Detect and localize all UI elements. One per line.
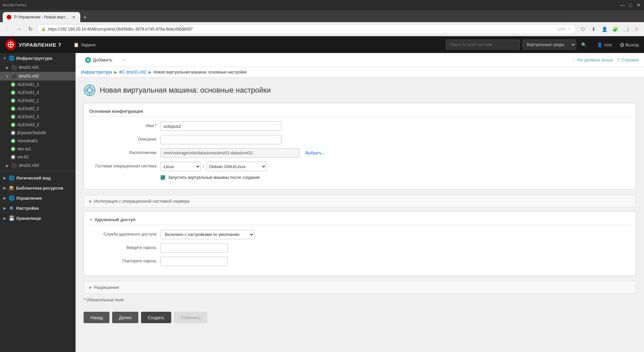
location-input[interactable] — [160, 148, 300, 158]
breadcrumb-infrastructure[interactable]: Инфраструктура — [81, 70, 112, 74]
search-button[interactable]: 🔍 — [579, 40, 589, 50]
sidebar-item-ALEXn02_3[interactable]: ALEXn02_3 — [0, 113, 76, 121]
url-text: https://192.168.20.14:4648/vz/cp/wnd,06d… — [48, 27, 554, 32]
next-button[interactable]: Далее — [112, 312, 138, 323]
address-bar[interactable]: 🔒 https://192.168.20.14:4648/vz/cp/wnd,0… — [37, 24, 576, 34]
integration-label: Интеграция с операционной системой серве… — [94, 199, 189, 204]
forward-button[interactable]: → — [14, 24, 24, 34]
dmz01-n01-toggle[interactable]: ▶ — [5, 65, 9, 69]
sidebar-item-ALEXn03_2[interactable]: ALEXn03_2 — [0, 121, 76, 129]
lock-icon: 🔒 — [41, 27, 46, 31]
name-required: * — [155, 123, 156, 128]
settings-toggle[interactable]: ▶ — [3, 206, 7, 210]
user-profile[interactable]: 👤 root — [597, 42, 612, 47]
back-button[interactable]: Назад — [84, 312, 109, 323]
section-label: Основная конфигурация — [89, 109, 143, 114]
service-control: Включено с настройками по умолчанию Выкл… — [160, 230, 295, 239]
more-button[interactable]: ··· — [120, 56, 127, 64]
infra-toggle[interactable]: ▼ — [3, 56, 7, 60]
sidebar-infrastructure[interactable]: ▼ 🌐 Инфраструктура — [0, 53, 76, 63]
sidebar-item-ALEXn02_2[interactable]: ALEXn02_2 — [0, 105, 76, 113]
remote-access-header[interactable]: ▼ Удаленный доступ — [89, 217, 630, 225]
new-tab-button[interactable]: + — [80, 13, 90, 22]
location-control: Выбрать... — [160, 148, 328, 158]
close-button[interactable]: ✕ — [636, 2, 641, 8]
tab-close-button[interactable]: ✕ — [71, 14, 76, 20]
extension-icon[interactable]: 🧩 — [610, 24, 620, 34]
help-button[interactable]: ? Справка — [617, 57, 639, 62]
maximize-button[interactable]: □ — [628, 2, 633, 8]
breadcrumb-node[interactable]: ФС dmz01-n02 — [119, 70, 146, 74]
sidebar-management[interactable]: ▶ 🌐 Управление — [0, 193, 76, 203]
sidebar-item-EryominTestVM[interactable]: EryominTestVM — [0, 129, 76, 137]
env-select[interactable]: Виртуальные среды — [522, 40, 576, 50]
sidebar-item-dmz01-n03[interactable]: ▶ ⬛ dmz01-n03 — [0, 161, 76, 170]
description-input[interactable] — [160, 135, 281, 144]
autostart-label: Запустить виртуальные машины после созда… — [168, 175, 260, 180]
vm-label-ALEXn01_2: ALEXn01_2 — [17, 82, 73, 87]
sidebar-storage[interactable]: ▶ 💾 Хранилище — [0, 213, 76, 223]
toolbar-left: + Добавить ··· — [81, 55, 128, 65]
sidebar-item-vm-62[interactable]: vm-62 — [0, 153, 76, 161]
add-label: Добавить — [93, 57, 112, 62]
sidebar-resource-library[interactable]: ▶ 📦 Библиотека ресурсов — [0, 183, 76, 193]
storage-toggle[interactable]: ▶ — [3, 216, 7, 220]
main-layout: ▼ 🌐 Инфраструктура ▶ ⬛ dmz01-n01 ▼ ⬛ dmz… — [0, 53, 644, 352]
integration-header[interactable]: ▶ Интеграция с операционной системой сер… — [84, 195, 636, 207]
bookmark-icon[interactable]: 📑 — [621, 24, 631, 34]
dmz01-n03-toggle[interactable]: ▶ — [5, 163, 9, 167]
up-level-button[interactable]: ↑ На уровень выше — [573, 57, 613, 62]
storage-icon: 💾 — [9, 215, 14, 221]
logout-button[interactable]: ⏻ Выход — [620, 42, 639, 47]
description-control — [160, 135, 281, 144]
sidebar-logical-view[interactable]: ▶ 🌐 Логический вид — [0, 173, 76, 183]
menu-icon[interactable]: ≡ — [632, 24, 641, 34]
basic-config-header[interactable]: Основная конфигурация — [89, 109, 630, 117]
sidebar-settings[interactable]: ▶ ⚙ Настройка — [0, 203, 76, 213]
sidebar-item-dev-rp1[interactable]: dev-rp1 — [0, 145, 76, 153]
choose-button[interactable]: Выбрать... — [302, 148, 328, 158]
mgmt-toggle[interactable]: ▶ — [3, 196, 7, 200]
account-icon[interactable]: 👤 — [600, 24, 609, 34]
search-input[interactable] — [446, 40, 520, 50]
name-input[interactable] — [160, 121, 281, 131]
sidebar-item-dmz01-n02[interactable]: ▼ ⬛ dmz01-n02 — [0, 72, 76, 81]
service-select[interactable]: Включено с настройками по умолчанию Выкл… — [160, 230, 255, 239]
minimize-button[interactable]: — — [620, 2, 625, 8]
confirm-password-input[interactable] — [160, 257, 228, 266]
dmz01-n02-toggle[interactable]: ▼ — [5, 74, 9, 78]
permissions-header[interactable]: ▶ Разрешения — [84, 282, 636, 293]
location-label: Расположение — [89, 148, 156, 155]
reload-button[interactable]: ↻ — [26, 24, 35, 34]
form-heading: Новая виртуальная машина: основные настр… — [100, 86, 271, 95]
password-control — [160, 243, 281, 253]
add-icon: + — [85, 57, 91, 63]
back-button[interactable]: ← — [3, 24, 12, 34]
os-type-select[interactable]: Linux Windows Other — [160, 162, 201, 171]
logical-toggle[interactable]: ▶ — [3, 176, 7, 180]
library-toggle[interactable]: ▶ — [3, 186, 7, 190]
vm-green-icon — [11, 139, 15, 143]
shield-icon[interactable]: 🛡 — [578, 24, 588, 34]
sidebar-item-ALEXn01_4[interactable]: ALEXn01_4 — [0, 89, 76, 97]
add-button[interactable]: + Добавить — [81, 55, 116, 65]
sidebar-item-dmz01-n01[interactable]: ▶ ⬛ dmz01-n01 — [0, 63, 76, 72]
sidebar-item-ALEXn01_2[interactable]: ALEXn01_2 — [0, 81, 76, 89]
os-distro-select[interactable]: Debian GNU/Linux Ubuntu CentOS Red Hat — [206, 162, 267, 171]
form-container: Новая виртуальная машина: основные настр… — [76, 78, 644, 352]
active-tab[interactable]: Р-Управление - Новая вирт... ✕ — [3, 12, 80, 22]
sidebar-item-Voronina01[interactable]: Voronina01 — [0, 137, 76, 145]
autostart-checkbox[interactable] — [160, 175, 165, 180]
help-icon: ? — [617, 57, 619, 62]
browser-toolbar: ← → ↻ 🔒 https://192.168.20.14:4648/vz/cp… — [0, 22, 644, 36]
sidebar-item-ALEXn02_1[interactable]: ALEXn02_1 — [0, 97, 76, 105]
create-button[interactable]: Создать — [141, 312, 171, 323]
toolbar-right: ↑ На уровень выше ? Справка — [573, 57, 639, 62]
confirm-password-label: Повторите пароль — [89, 257, 156, 263]
star-icon[interactable]: ☆ — [568, 27, 572, 32]
tasks-button[interactable]: 📋 Задачи — [74, 42, 96, 47]
password-input[interactable] — [160, 243, 228, 253]
download-icon[interactable]: ⬇ — [589, 24, 598, 34]
integration-section: ▶ Интеграция с операционной системой сер… — [84, 195, 636, 207]
cancel-button[interactable]: Отменить — [174, 312, 207, 323]
